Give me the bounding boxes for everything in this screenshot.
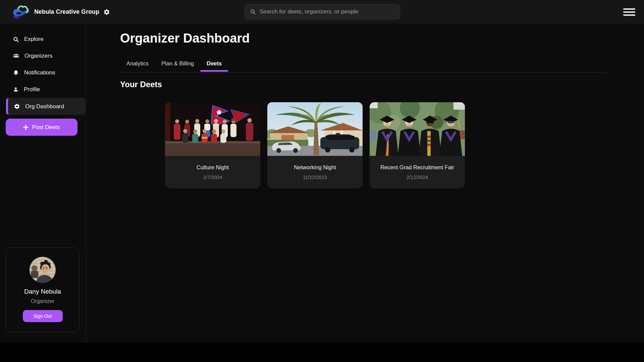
post-deets-label: Post Deets: [32, 124, 60, 131]
avatar-photo: [30, 257, 56, 283]
sidebar-item-label: Org Dashboard: [25, 103, 64, 110]
sign-out-button[interactable]: Sign Out: [23, 310, 63, 322]
deet-date: 2/7/2024: [165, 175, 260, 180]
sidebar-nav: Explore Organizers Notifications: [0, 24, 86, 136]
topbar: Nebula Creative Group: [0, 0, 644, 24]
graduates-photo: [370, 102, 465, 156]
sidebar-item-label: Notifications: [24, 69, 55, 76]
deet-card-networking-night[interactable]: Networking Night 11/22/2023: [267, 102, 363, 188]
sidebar-item-explore[interactable]: Explore: [0, 31, 86, 48]
tab-divider: [120, 72, 606, 72]
brand-settings-gear-icon[interactable]: [103, 9, 110, 15]
tab-plan-billing[interactable]: Plan & Billing: [155, 56, 200, 70]
sidebar-item-org-dashboard[interactable]: Org Dashboard: [6, 98, 86, 115]
tab-analytics[interactable]: Analytics: [120, 56, 155, 70]
user-role: Organizer: [6, 298, 79, 304]
deet-title: Recent Grad Recruitment Fair: [370, 164, 465, 171]
deet-title: Networking Night: [267, 164, 363, 171]
deet-date: 11/22/2023: [267, 175, 363, 180]
global-search: [245, 4, 400, 19]
culture-night-photo: [165, 102, 260, 156]
search-icon: [13, 36, 19, 43]
plus-icon: [23, 125, 29, 130]
page-title: Organizer Dashboard: [120, 31, 250, 46]
search-input[interactable]: [260, 8, 395, 15]
sidebar-item-label: Explore: [24, 36, 44, 43]
nebula-cloud-logo-icon: [12, 4, 30, 20]
search-icon: [250, 9, 256, 15]
bell-icon: [13, 70, 19, 76]
main-content: Organizer Dashboard Analytics Plan & Bil…: [86, 24, 644, 343]
user-icon: [13, 86, 19, 93]
brand[interactable]: Nebula Creative Group: [12, 0, 110, 24]
sidebar-item-organizers[interactable]: Organizers: [0, 48, 86, 64]
sidebar-item-profile[interactable]: Profile: [0, 81, 86, 98]
deet-card-culture-night[interactable]: Culture Night 2/7/2024: [165, 102, 260, 188]
post-deets-button[interactable]: Post Deets: [6, 119, 77, 136]
deet-title: Culture Night: [165, 164, 260, 171]
tab-bar: Analytics Plan & Billing Deets: [120, 56, 228, 70]
user-name: Dany Nebula: [6, 288, 79, 295]
sidebar-item-label: Organizers: [24, 53, 52, 59]
gear-icon: [14, 103, 20, 110]
section-title: Your Deets: [120, 80, 162, 89]
networking-night-photo: [267, 102, 363, 156]
deet-date: 2/12/2024: [370, 175, 465, 180]
avatar: [30, 257, 56, 283]
tab-deets[interactable]: Deets: [200, 56, 228, 70]
deet-card-grad-fair[interactable]: Recent Grad Recruitment Fair 2/12/2024: [370, 102, 465, 188]
sidebar-item-label: Profile: [24, 86, 40, 93]
sidebar-item-notifications[interactable]: Notifications: [0, 64, 86, 81]
users-icon: [13, 53, 19, 59]
brand-name: Nebula Creative Group: [34, 8, 99, 15]
deets-card-grid: Culture Night 2/7/2024: [165, 102, 465, 188]
user-card: Dany Nebula Organizer Sign Out: [6, 247, 79, 333]
hamburger-menu-icon[interactable]: [623, 8, 635, 16]
sidebar: Explore Organizers Notifications: [0, 24, 86, 343]
